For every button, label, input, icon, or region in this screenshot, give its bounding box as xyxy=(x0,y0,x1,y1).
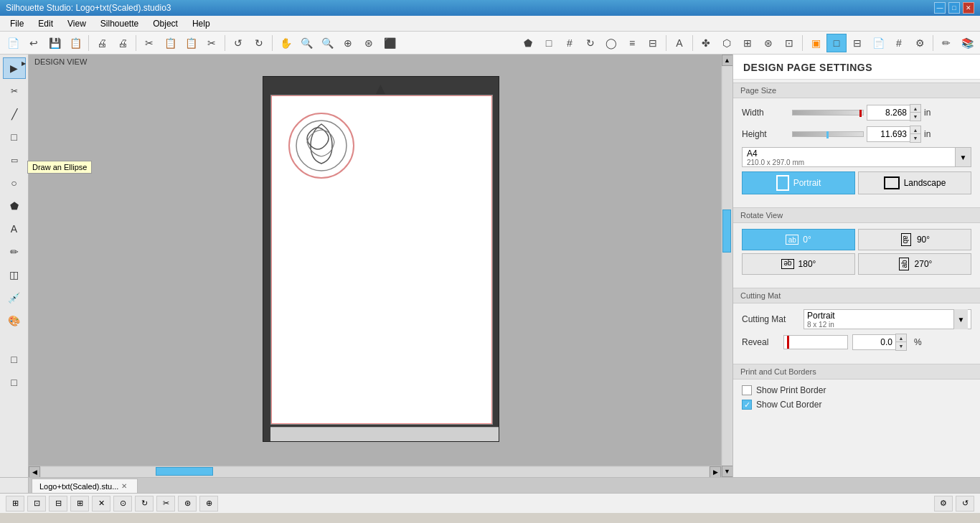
open-button[interactable]: ↩ xyxy=(24,34,44,52)
offset-button[interactable]: ⊞ xyxy=(738,34,758,52)
page-button[interactable]: 📄 xyxy=(868,34,888,52)
modify-button[interactable]: ⊡ xyxy=(779,34,799,52)
scroll-down-button[interactable]: ▼ xyxy=(722,466,733,477)
size-preset-select[interactable]: A4 210.0 x 297.0 mm xyxy=(742,147,956,167)
paint-bucket-tool[interactable]: 🎨 xyxy=(3,310,26,331)
eyedropper-tool[interactable]: 💉 xyxy=(3,287,26,308)
layer2-button[interactable]: □ xyxy=(3,372,26,393)
status-btn-7[interactable]: ↻ xyxy=(135,496,154,512)
mat-button[interactable]: ⊟ xyxy=(847,34,867,52)
menu-help[interactable]: Help xyxy=(185,17,217,30)
show-cut-border-checkbox[interactable]: ✓ xyxy=(742,400,752,410)
width-spin-down[interactable]: ▼ xyxy=(910,113,920,121)
copy-button[interactable]: 📋 xyxy=(160,34,180,52)
reveal-slider[interactable] xyxy=(783,335,848,349)
height-slider[interactable] xyxy=(792,131,864,137)
scroll-right-button[interactable]: ▶ xyxy=(710,466,721,478)
layer1-button[interactable]: □ xyxy=(3,349,26,370)
height-spin-up[interactable]: ▲ xyxy=(910,126,920,134)
width-slider[interactable] xyxy=(792,110,864,116)
status-btn-5[interactable]: ✕ xyxy=(92,496,110,512)
menu-view[interactable]: View xyxy=(60,17,93,30)
document-inner[interactable] xyxy=(270,95,493,425)
rect-button[interactable]: □ xyxy=(539,34,559,52)
reveal-spin-down[interactable]: ▼ xyxy=(896,342,906,350)
scroll-up-button[interactable]: ▲ xyxy=(722,55,733,66)
save-button[interactable]: 💾 xyxy=(44,34,65,52)
text-button[interactable]: A xyxy=(669,34,689,52)
rotate-button[interactable]: ↻ xyxy=(580,34,600,52)
node-button[interactable]: ⬡ xyxy=(717,34,737,52)
paste-button[interactable]: 📋 xyxy=(181,34,201,52)
maximize-button[interactable]: □ xyxy=(948,2,960,14)
eraser-tool[interactable]: ◫ xyxy=(3,264,26,286)
rotate-270-button[interactable]: ab 270° xyxy=(858,253,971,275)
scroll-left-button[interactable]: ◀ xyxy=(29,466,40,478)
menu-object[interactable]: Object xyxy=(146,17,185,30)
grid-button[interactable]: # xyxy=(560,34,580,52)
menu-file[interactable]: File xyxy=(3,17,31,30)
height-spin-down[interactable]: ▼ xyxy=(910,134,920,142)
cutting-mat-arrow[interactable]: ▼ xyxy=(953,309,968,329)
print2-button[interactable]: 🖨 xyxy=(113,34,133,52)
line-tool[interactable]: ╱ xyxy=(3,103,26,125)
rect-tool[interactable]: □ xyxy=(3,126,26,148)
scroll-thumb[interactable] xyxy=(722,209,731,253)
scroll-bottom-thumb[interactable] xyxy=(156,467,213,476)
grid2-button[interactable]: # xyxy=(889,34,909,52)
zoom-out-button[interactable]: 🔍 xyxy=(317,34,337,52)
cut-button[interactable]: ✂ xyxy=(139,34,159,52)
status-btn-3[interactable]: ⊟ xyxy=(49,496,67,512)
logo-design[interactable] xyxy=(286,110,357,182)
expand-button[interactable]: ▶ xyxy=(19,56,28,70)
show-print-border-checkbox[interactable] xyxy=(742,385,752,395)
reveal-input[interactable] xyxy=(852,334,895,350)
refresh-button[interactable]: ↺ xyxy=(956,496,974,512)
status-btn-8[interactable]: ✂ xyxy=(156,496,175,512)
text-tool[interactable]: A xyxy=(3,218,26,240)
menu-edit[interactable]: Edit xyxy=(31,17,60,30)
scroll-track[interactable] xyxy=(722,66,732,466)
cut-tool[interactable]: ✂ xyxy=(3,80,26,102)
landscape-button[interactable]: Landscape xyxy=(858,171,971,194)
zoom-fit-button[interactable]: ⊕ xyxy=(338,34,358,52)
weld-button[interactable]: ⊛ xyxy=(758,34,778,52)
scroll-bottom-track[interactable] xyxy=(41,467,709,477)
minimize-button[interactable]: — xyxy=(934,2,946,14)
reveal-spin-up[interactable]: ▲ xyxy=(896,334,906,342)
status-btn-4[interactable]: ⊞ xyxy=(70,496,89,512)
cutting-mat-select[interactable]: Portrait 8 x 12 in ▼ xyxy=(804,309,971,329)
active-button[interactable]: □ xyxy=(826,34,847,52)
rotate-90-button[interactable]: ab 90° xyxy=(858,229,971,250)
color-button[interactable]: ▣ xyxy=(806,34,826,52)
status-btn-10[interactable]: ⊕ xyxy=(199,496,218,512)
width-input[interactable] xyxy=(867,105,910,121)
undo-button[interactable]: ↺ xyxy=(228,34,248,52)
hand-button[interactable]: ✋ xyxy=(275,34,296,52)
print-button[interactable]: 🖨 xyxy=(92,34,112,52)
pen-button[interactable]: ✏ xyxy=(936,34,956,52)
width-spin-up[interactable]: ▲ xyxy=(910,105,920,113)
tab-close-button[interactable]: ✕ xyxy=(121,482,130,491)
pencil-tool[interactable]: ✏ xyxy=(3,241,26,263)
status-btn-1[interactable]: ⊞ xyxy=(6,496,24,512)
file-tab[interactable]: Logo+txt(Scaled).stu... ✕ xyxy=(32,479,138,493)
redo-button[interactable]: ↻ xyxy=(249,34,269,52)
align-v-button[interactable]: ⊟ xyxy=(643,34,663,52)
status-btn-9[interactable]: ⊛ xyxy=(178,496,197,512)
settings-button[interactable]: ⚙ xyxy=(910,34,930,52)
path-button[interactable]: ⬟ xyxy=(518,34,538,52)
new-button[interactable]: 📄 xyxy=(3,34,23,52)
status-btn-2[interactable]: ⊡ xyxy=(27,496,46,512)
zoom-button[interactable]: 🔍 xyxy=(296,34,316,52)
library-button[interactable]: 📚 xyxy=(957,34,977,52)
rounded-rect-tool[interactable]: ▭ xyxy=(3,149,26,171)
size-preset-arrow[interactable]: ▼ xyxy=(956,147,971,167)
fill-button[interactable]: ✤ xyxy=(696,34,716,52)
height-input[interactable] xyxy=(867,126,910,142)
lasso-button[interactable]: ⊛ xyxy=(359,34,379,52)
ellipse-tool[interactable]: ○ xyxy=(3,172,26,194)
select-all-button[interactable]: ⬛ xyxy=(380,34,400,52)
save-as-button[interactable]: 📋 xyxy=(65,34,85,52)
transform-button[interactable]: ◯ xyxy=(601,34,621,52)
